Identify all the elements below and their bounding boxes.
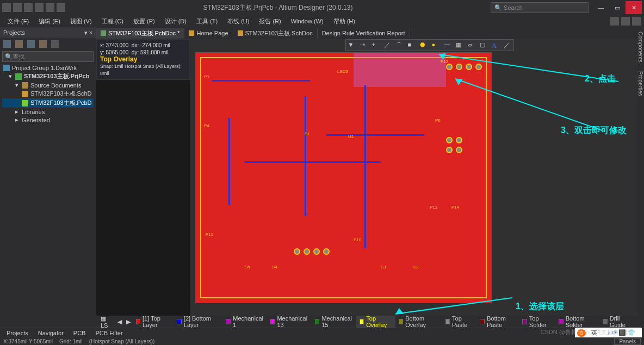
menu-route[interactable]: 布线 (U) xyxy=(223,16,253,27)
svg-marker-1 xyxy=(439,53,445,60)
layer-tab[interactable]: Mechanical 1 xyxy=(222,316,267,328)
layer-tab[interactable]: Top Paste xyxy=(442,316,477,328)
tree-sch-file[interactable]: STM32F103主板.SchD xyxy=(2,89,94,98)
layer-prev[interactable]: ◀ xyxy=(115,318,124,325)
pad-icon[interactable]: ● xyxy=(432,41,439,49)
qa-icon[interactable] xyxy=(24,3,33,12)
share-icon[interactable] xyxy=(610,17,619,26)
layer-tab[interactable]: Bottom Solder xyxy=(555,316,599,328)
fill-icon[interactable]: ■ xyxy=(408,41,416,49)
doc-tab-home[interactable]: Home Page xyxy=(184,29,233,37)
tree-generated[interactable]: ▸Generated xyxy=(2,116,94,124)
panel-tab-pcb[interactable]: PCB xyxy=(69,329,90,337)
doc-tab-pcb[interactable]: STM32F103主板.PcbDoc * xyxy=(96,28,184,39)
menu-window[interactable]: Window (W) xyxy=(287,17,328,26)
refresh-icon[interactable] xyxy=(51,40,59,48)
maximize-button[interactable]: ▭ xyxy=(609,1,626,14)
qa-icon[interactable] xyxy=(46,3,54,12)
status-bar: X:3745mil Y:5065mil Grid: 1mil (Hotspot … xyxy=(0,337,644,345)
app-icon xyxy=(2,3,11,12)
projects-title: Projects xyxy=(3,29,25,36)
move-icon[interactable]: ⇢ xyxy=(360,41,368,49)
tree-src-folder[interactable]: ▾Source Documents xyxy=(2,81,94,89)
tree-project[interactable]: ▾STM32F103主板.PrjPcb xyxy=(2,72,94,81)
selection-region xyxy=(354,53,446,87)
text-icon[interactable]: A xyxy=(492,41,499,49)
panel-tab-pcbfilter[interactable]: PCB Filter xyxy=(91,329,127,337)
svg-marker-3 xyxy=(455,79,463,85)
menu-project[interactable]: 工程 (C) xyxy=(97,16,128,27)
align-icon[interactable]: + xyxy=(372,41,380,49)
layer-tab[interactable]: Top Solder xyxy=(519,316,555,328)
via-icon[interactable]: ⬣ xyxy=(420,41,428,49)
doc-tab-sch[interactable]: STM32F103主板.SchDoc xyxy=(233,28,318,39)
menu-help[interactable]: 帮助 (H) xyxy=(329,16,360,27)
title-bar: STM32F103主板.PrjPcb - Altium Designer (20… xyxy=(0,0,644,15)
main-area: STM32F103主板.PcbDoc * Home Page STM32F103… xyxy=(96,27,637,328)
projects-toolbar xyxy=(0,38,96,50)
status-grid: Grid: 1mil xyxy=(59,338,83,344)
dock-properties[interactable]: Properties xyxy=(637,67,643,101)
layer-tab[interactable]: Bottom Overlay xyxy=(395,316,442,328)
pcb-board[interactable]: P3 P4 S1 U1 P6 P10 P11 P13 P14 S5 S4 S3 … xyxy=(195,52,492,303)
layer-tab[interactable]: [2] Bottom Layer xyxy=(174,316,222,328)
panel-tab-projects[interactable]: Projects xyxy=(2,329,33,337)
menu-report[interactable]: 报告 (R) xyxy=(255,16,285,27)
menu-place[interactable]: 放置 (P) xyxy=(129,16,159,27)
tree-libraries[interactable]: ▸Libraries xyxy=(2,108,94,116)
project-tree: Project Group 1.DsnWrk ▾STM32F103主板.PrjP… xyxy=(0,63,96,125)
arc-icon[interactable]: ⌒ xyxy=(396,41,404,49)
dimension-icon[interactable]: 〰 xyxy=(444,41,451,49)
tool-icon[interactable] xyxy=(27,40,35,48)
right-dock: Components Properties xyxy=(637,27,644,328)
line-icon[interactable]: ／ xyxy=(384,41,392,49)
qa-icon[interactable] xyxy=(57,3,65,12)
qa-icon[interactable] xyxy=(35,3,44,12)
tree-group[interactable]: Project Group 1.DsnWrk xyxy=(2,64,94,72)
svg-line-2 xyxy=(455,79,602,130)
panels-button[interactable]: Panels xyxy=(614,338,641,345)
active-layer-label: Top Overlay xyxy=(100,56,186,63)
cloud-icon[interactable] xyxy=(621,17,630,26)
panel-menu-icon[interactable]: ▾ × xyxy=(84,29,92,36)
projects-panel: Projects ▾ × 🔍 查找 Project Group 1.DsnWrk… xyxy=(0,27,96,328)
layer-tab[interactable]: Mechanical 15 xyxy=(312,316,356,328)
global-search[interactable]: 🔍 Search xyxy=(491,2,589,13)
menu-tools[interactable]: 工具 (T) xyxy=(192,16,222,27)
annotation-2: 2、点击 xyxy=(585,73,616,85)
tool-icon[interactable] xyxy=(39,40,47,48)
close-button[interactable]: ✕ xyxy=(626,1,642,14)
filter-icon[interactable]: ▼ xyxy=(348,41,356,49)
menu-file[interactable]: 文件 (F) xyxy=(3,16,33,27)
menu-view[interactable]: 视图 (V) xyxy=(66,16,96,27)
panel-tab-navigator[interactable]: Navigator xyxy=(34,329,68,337)
search-icon: 🔍 xyxy=(494,4,502,11)
doc-tab-report[interactable]: Design Rule Verification Report xyxy=(318,29,410,37)
dock-components[interactable]: Components xyxy=(637,27,643,67)
menu-edit[interactable]: 编辑 (E) xyxy=(34,16,65,27)
tree-pcb-file[interactable]: STM32F103主板.PcbD xyxy=(2,98,94,108)
layer-tab[interactable]: Drill Guide xyxy=(599,316,635,328)
tool-icon[interactable] xyxy=(15,40,23,48)
snap-info: Snap: 1mil Hotspot Snap (All Layers): 8m… xyxy=(100,63,186,77)
string-icon[interactable]: ／ xyxy=(504,41,511,49)
layer-set-button[interactable]: ▦ LS xyxy=(98,316,115,328)
projects-search[interactable]: 🔍 查找 xyxy=(2,51,94,62)
poly-icon[interactable]: ▱ xyxy=(468,41,475,49)
layer-tab[interactable]: Mechanical 13 xyxy=(267,316,312,328)
layer-tab[interactable]: Bottom Paste xyxy=(476,316,519,328)
qa-icon[interactable] xyxy=(13,3,22,12)
component-icon[interactable]: ▦ xyxy=(456,41,463,49)
projects-header: Projects ▾ × xyxy=(0,27,96,38)
layer-tab[interactable]: [1] Top Layer xyxy=(133,316,174,328)
quick-access-icons xyxy=(2,3,65,12)
menu-design[interactable]: 设计 (D) xyxy=(160,16,191,27)
status-snap: (Hotspot Snap (All Layers)) xyxy=(89,338,155,344)
annotation-3: 3、双击即可修改 xyxy=(561,125,627,136)
region-icon[interactable]: ▢ xyxy=(480,41,487,49)
minimize-button[interactable]: — xyxy=(593,1,609,14)
user-icon[interactable] xyxy=(632,17,641,26)
tool-icon[interactable] xyxy=(3,40,11,48)
layer-tab[interactable]: Top Overlay xyxy=(356,316,395,328)
layer-next[interactable]: ▶ xyxy=(124,318,133,325)
